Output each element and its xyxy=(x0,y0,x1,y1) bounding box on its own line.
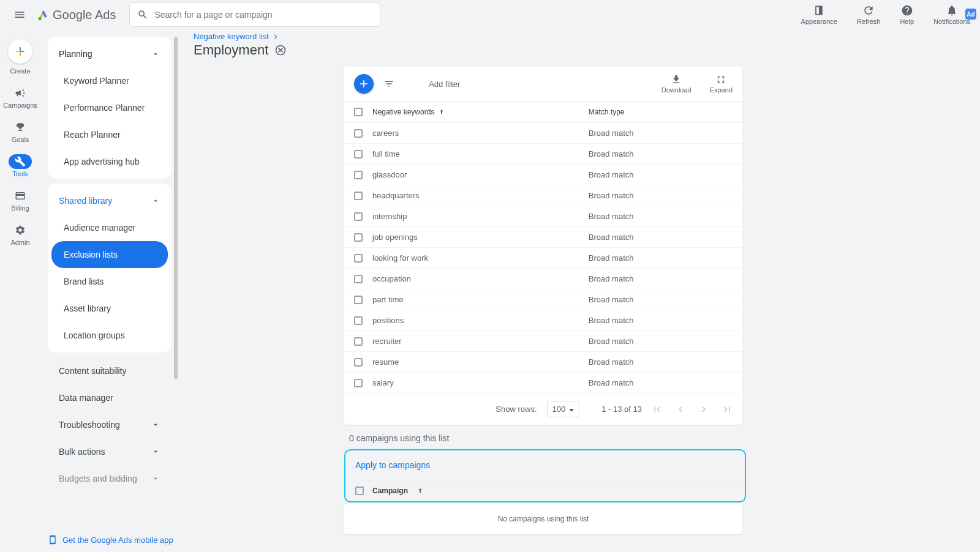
help-button[interactable]: Help xyxy=(900,4,914,25)
row-checkbox[interactable] xyxy=(354,150,363,159)
add-filter-button[interactable]: Add filter xyxy=(429,80,460,89)
table-row[interactable]: careersBroad match xyxy=(344,123,742,144)
sidebar-item-location-groups[interactable]: Location groups xyxy=(48,322,172,349)
chevron-right-icon xyxy=(271,32,280,41)
pager-last[interactable] xyxy=(722,404,733,415)
rail-admin[interactable]: Admin xyxy=(9,223,32,246)
keyword-cell: careers xyxy=(372,129,589,138)
filter-icon[interactable] xyxy=(383,78,394,89)
row-checkbox[interactable] xyxy=(354,337,363,346)
help-icon xyxy=(901,4,913,17)
app-header: Google Ads Appearance Refresh Help Notif… xyxy=(0,0,980,29)
row-checkbox[interactable] xyxy=(354,358,363,367)
close-circle-icon[interactable] xyxy=(274,44,287,56)
create-button[interactable]: Create xyxy=(8,39,32,75)
sidebar-item-bulk-actions[interactable]: Bulk actions xyxy=(48,438,172,465)
table-row[interactable]: positionsBroad match xyxy=(344,310,742,331)
match-type-cell: Broad match xyxy=(589,149,733,159)
keyword-cell: occupation xyxy=(372,274,589,283)
table-row[interactable]: resumeBroad match xyxy=(344,352,742,373)
sidebar-item-troubleshooting[interactable]: Troubleshooting xyxy=(48,411,172,438)
pager-prev[interactable] xyxy=(675,404,686,415)
match-type-cell: Broad match xyxy=(589,253,733,263)
table-row[interactable]: looking for workBroad match xyxy=(344,248,742,269)
bell-icon xyxy=(946,4,958,17)
row-checkbox[interactable] xyxy=(354,171,363,179)
table-row[interactable]: full timeBroad match xyxy=(344,144,742,165)
sidebar-item-app-hub[interactable]: App advertising hub xyxy=(48,148,172,175)
expand-icon xyxy=(715,74,726,85)
tools-icon xyxy=(15,156,26,167)
expand-button[interactable]: Expand xyxy=(710,74,733,94)
notifications-button[interactable]: Notifications xyxy=(933,4,970,25)
rail-campaigns[interactable]: Campaigns xyxy=(3,86,37,109)
menu-button[interactable] xyxy=(10,5,29,24)
sidebar-item-audience-manager[interactable]: Audience manager xyxy=(48,214,172,241)
add-keyword-button[interactable] xyxy=(354,74,374,94)
rows-per-page-select[interactable]: 100 xyxy=(547,401,580,417)
column-header-match-type[interactable]: Match type xyxy=(589,108,733,116)
table-row[interactable]: headquartersBroad match xyxy=(344,185,742,206)
column-header-keywords[interactable]: Negative keywords xyxy=(372,108,589,116)
select-all-checkbox[interactable] xyxy=(354,108,363,116)
match-type-cell: Broad match xyxy=(589,357,733,367)
keyword-cell: job openings xyxy=(372,233,589,242)
keyword-cell: internship xyxy=(372,212,589,221)
download-button[interactable]: Download xyxy=(662,74,692,94)
row-checkbox[interactable] xyxy=(354,192,363,200)
row-checkbox[interactable] xyxy=(354,233,363,242)
sidebar-item-data-manager[interactable]: Data manager xyxy=(48,384,172,411)
table-row[interactable]: internshipBroad match xyxy=(344,206,742,227)
sidebar-item-reach-planner[interactable]: Reach Planner xyxy=(48,121,172,148)
search-box[interactable] xyxy=(129,2,380,27)
keyword-cell: recruiter xyxy=(372,337,589,346)
appearance-button[interactable]: Appearance xyxy=(801,4,837,25)
hamburger-icon xyxy=(13,9,26,21)
refresh-button[interactable]: Refresh xyxy=(857,4,881,25)
search-input[interactable] xyxy=(154,10,372,20)
match-type-cell: Broad match xyxy=(589,212,733,221)
column-header-campaign[interactable]: Campaign xyxy=(372,487,408,495)
match-type-cell: Broad match xyxy=(589,316,733,325)
rail-goals[interactable]: Goals xyxy=(9,120,32,143)
rail-tools[interactable]: Tools xyxy=(9,154,32,177)
sidebar-item-exclusion-lists[interactable]: Exclusion lists xyxy=(51,241,168,268)
row-checkbox[interactable] xyxy=(354,316,363,325)
sidebar-item-content-suitability[interactable]: Content suitability xyxy=(48,357,172,384)
sidebar-section-shared-library[interactable]: Shared library xyxy=(48,187,172,214)
row-checkbox[interactable] xyxy=(354,254,363,263)
sidebar-item-budgets[interactable]: Budgets and bidding xyxy=(48,465,172,492)
row-checkbox[interactable] xyxy=(354,379,363,387)
chevron-up-icon xyxy=(151,49,160,59)
table-row[interactable]: recruiterBroad match xyxy=(344,331,742,352)
sidebar: Planning Keyword Planner Performance Pla… xyxy=(48,37,172,532)
page-title: Employment xyxy=(194,42,968,58)
sidebar-item-brand-lists[interactable]: Brand lists xyxy=(48,268,172,295)
breadcrumb[interactable]: Negative keyword list xyxy=(194,32,968,41)
row-checkbox[interactable] xyxy=(354,212,363,221)
table-row[interactable]: glassdoorBroad match xyxy=(344,165,742,185)
pager-next[interactable] xyxy=(698,404,709,415)
row-checkbox[interactable] xyxy=(354,129,363,138)
svg-point-0 xyxy=(39,17,42,20)
logo[interactable]: Google Ads xyxy=(37,8,116,22)
show-rows-label: Show rows: xyxy=(496,405,537,414)
table-row[interactable]: occupationBroad match xyxy=(344,269,742,289)
mobile-app-link[interactable]: Get the Google Ads mobile app xyxy=(48,535,173,545)
table-row[interactable]: salaryBroad match xyxy=(344,373,742,393)
table-row[interactable]: job openingsBroad match xyxy=(344,227,742,248)
sidebar-section-planning[interactable]: Planning xyxy=(48,40,172,67)
table-row[interactable]: part timeBroad match xyxy=(344,289,742,310)
sidebar-item-performance-planner[interactable]: Performance Planner xyxy=(48,94,172,121)
sidebar-item-asset-library[interactable]: Asset library xyxy=(48,295,172,322)
apply-to-campaigns-button[interactable]: Apply to campaigns xyxy=(345,450,745,480)
sidebar-item-keyword-planner[interactable]: Keyword Planner xyxy=(48,67,172,94)
select-all-campaigns-checkbox[interactable] xyxy=(355,487,364,495)
row-checkbox[interactable] xyxy=(354,275,363,283)
match-type-cell: Broad match xyxy=(589,129,733,138)
rail-billing[interactable]: Billing xyxy=(9,188,32,212)
keyword-cell: looking for work xyxy=(372,253,589,263)
row-checkbox[interactable] xyxy=(354,296,363,304)
pager-first[interactable] xyxy=(652,404,663,415)
sidebar-scrollbar[interactable] xyxy=(174,37,178,528)
